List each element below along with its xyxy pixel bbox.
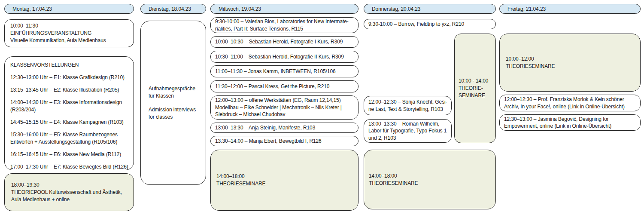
- weekly-schedule: Montag, 17.04.23 10:00–11:30EINFÜHRUNGSV…: [0, 0, 644, 215]
- highlight-theorieseminare-friday: 10:00–12:00THEORIESEMINARE: [499, 34, 641, 92]
- event-manifeste: 13:00–13:30 – Anja Steinig, Manifeste, R…: [210, 123, 358, 133]
- event-text: 12:00–12:30 – Sonja Knecht, Gesi-ne Last…: [368, 98, 448, 113]
- event-text: 9:30-10:00 – Valerian Blos, Laboratories…: [215, 18, 355, 32]
- event-entry-list: 12:30–13:00 Uhr – E1: Klasse Grafikdesig…: [10, 74, 128, 171]
- event-text: 11:00–11:30 – Jonas Kamm, INBETWEEN, R10…: [215, 68, 336, 75]
- highlight-theoriepool: 18:00–19:30THEORIEPOOL Kulturwissenschaf…: [4, 173, 134, 211]
- event-title: KLASSENVORSTELLUNGEN: [10, 61, 128, 69]
- event-text: 11:30–12:00 – Pascal Kress, Get the Pict…: [215, 83, 329, 90]
- event-get-the-picture: 11:30–12:00 – Pascal Kress, Get the Pict…: [210, 80, 358, 92]
- day-header-label: Donnerstag, 20.04.23: [372, 6, 420, 12]
- event-text: 12:00–13:00 – offene Werkstätten (EG, Ra…: [215, 97, 355, 118]
- event-fotografie-1: 10:00–10:30 – Sebastian Herold, Fotograf…: [210, 36, 358, 48]
- event-fieldtrip: 9:30-10:00 – Burrow, Fieldtrip to yxz, R…: [364, 19, 496, 29]
- event-intro-session: 10:00–11:30EINFÜHRUNGSVERANSTALTUNGVisue…: [4, 19, 134, 47]
- highlight-theorieseminare-thursday: 14:00–18:00THEORIESEMINARE: [364, 150, 496, 209]
- event-text: 12:00–12:30 – Prof. Franziska Morlok & K…: [504, 96, 637, 110]
- event-text: 10:00–10:30 – Sebastian Herold, Fotograf…: [215, 38, 343, 46]
- event-text: 12:30–13:00 – Jasmina Begović, Designing…: [504, 116, 637, 130]
- event-text-storytelling: 12:00–12:30 – Sonja Knecht, Gesi-ne Last…: [364, 96, 452, 115]
- day-header-label: Dienstag, 18.04.23: [149, 6, 191, 12]
- day-header-thursday: Donnerstag, 20.04.23: [364, 4, 496, 14]
- event-bewegtbild: 13:30–14:00 – Manja Ebert, Bewegtbild I,…: [210, 136, 358, 146]
- event-labor-typografie: 13:00–13:30 – Roman Wilhelm, Labor für T…: [364, 119, 452, 143]
- highlight-theorieseminare-wednesday: 14:00–18:00THEORIESEMINARE: [210, 150, 358, 211]
- day-header-tuesday: Dienstag, 18.04.23: [140, 4, 206, 14]
- day-header-monday: Montag, 17.04.23: [4, 4, 134, 14]
- event-class-presentations: KLASSENVORSTELLUNGEN 12:30–13:00 Uhr – E…: [4, 56, 134, 170]
- day-header-friday: Freitag, 21.04.23: [499, 4, 641, 14]
- day-header-label: Montag, 17.04.23: [12, 6, 52, 12]
- event-in-your-face: 12:00–12:30 – Prof. Franziska Morlok & K…: [499, 95, 641, 111]
- day-header-wednesday: Mittwoch, 19.04.23: [210, 4, 358, 14]
- event-designing-for-empowerment: 12:30–13:00 – Jasmina Begović, Designing…: [499, 114, 641, 131]
- event-valerian-blos: 9:30-10:00 – Valerian Blos, Laboratories…: [210, 17, 358, 33]
- event-text: 9:30-10:00 – Burrow, Fieldtrip to yxz, R…: [368, 21, 464, 28]
- event-paragraphs: Aufnahmegespräche für KlassenAdmission i…: [149, 85, 199, 121]
- event-text: 10:30–11:00 – Sebastian Herold, Fotograf…: [215, 53, 344, 61]
- day-header-label: Freitag, 21.04.23: [507, 6, 546, 12]
- day-header-label: Mittwoch, 19.04.23: [219, 6, 261, 12]
- event-offene-werkstaetten: 12:00–13:00 – offene Werkstätten (EG, Ra…: [210, 95, 358, 120]
- event-fotografie-2: 10:30–11:00 – Sebastian Herold, Fotograf…: [210, 51, 358, 63]
- event-text: 13:00–13:30 – Anja Steinig, Manifeste, R…: [215, 124, 315, 132]
- event-inbetween: 11:00–11:30 – Jonas Kamm, INBETWEEN, R10…: [210, 65, 358, 77]
- event-text: 13:30–14:00 – Manja Ebert, Bewegtbild I,…: [215, 138, 322, 145]
- highlight-theorieseminare-morning: 10:00 - 14:00THEORIE-SEMINARE: [454, 34, 496, 143]
- event-admission-interviews: Aufnahmegespräche für KlassenAdmission i…: [140, 21, 206, 185]
- event-text: 13:00–13:30 – Roman Wilhelm, Labor für T…: [368, 120, 448, 142]
